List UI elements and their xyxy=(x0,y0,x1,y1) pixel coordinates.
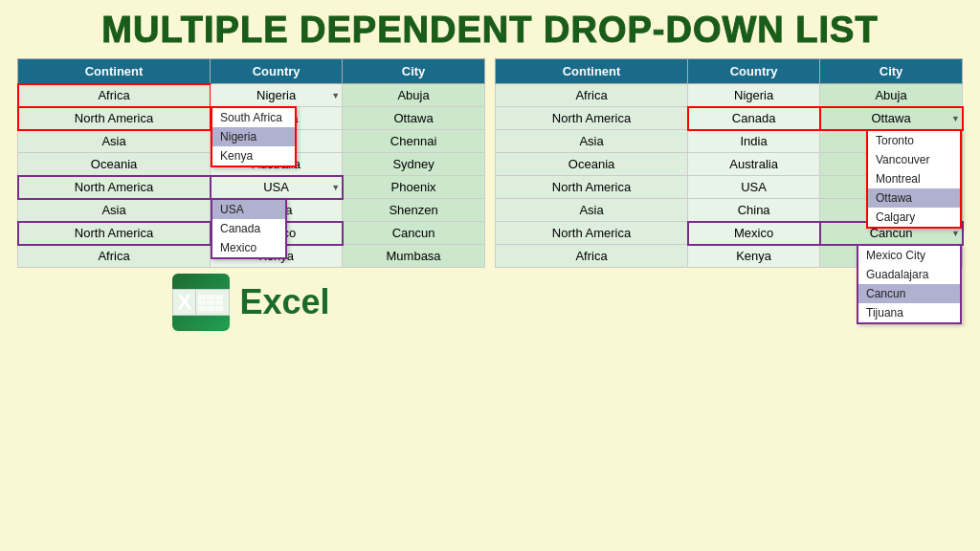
right-header-city: City xyxy=(820,59,963,84)
continent-cell: North America xyxy=(496,176,688,199)
continent-cell: Asia xyxy=(496,199,688,222)
dropdown-item[interactable]: Vancouver xyxy=(868,150,960,169)
continent-cell: Oceania xyxy=(496,153,688,176)
city-cell: Phoenix xyxy=(343,176,485,199)
continent-cell: Oceania xyxy=(18,153,211,176)
country-cell: Kenya xyxy=(688,245,820,268)
table-row: North America USA ▼ USA Canada Mexico Ph… xyxy=(18,176,485,199)
continent-cell: North America xyxy=(18,176,211,199)
dropdown-item[interactable]: Guadalajara xyxy=(858,265,960,284)
continent-cell: Asia xyxy=(18,130,211,153)
dropdown-item[interactable]: Toronto xyxy=(868,131,960,150)
continent-cell: North America xyxy=(18,222,211,245)
excel-label: Excel xyxy=(239,282,329,322)
continent-cell: North America xyxy=(496,107,688,130)
city-cell: Abuja xyxy=(820,84,963,107)
continent-cell: Africa xyxy=(496,245,688,268)
country-cell: Australia xyxy=(688,153,820,176)
dropdown-item[interactable]: South Africa xyxy=(212,108,295,127)
continent-cell: Africa xyxy=(496,84,688,107)
continent-cell: Asia xyxy=(18,199,211,222)
left-header-continent: Continent xyxy=(18,59,211,84)
left-table-section: Continent Country City Africa Nigeria ▼ xyxy=(17,58,485,331)
city-cell: Cancun xyxy=(343,222,485,245)
country-cell-dropdown[interactable]: Nigeria ▼ South Africa Nigeria Kenya xyxy=(211,84,343,107)
country-cell: USA xyxy=(688,176,820,199)
country-cell: China xyxy=(688,199,820,222)
country-dropdown-2[interactable]: USA Canada Mexico xyxy=(211,198,287,259)
dropdown-item-selected[interactable]: Nigeria xyxy=(212,127,295,146)
dropdown-arrow-icon: ▼ xyxy=(331,91,340,100)
excel-logo-area: X Excel xyxy=(17,274,485,331)
left-table: Continent Country City Africa Nigeria ▼ xyxy=(17,58,485,268)
city-cell: Mumbasa xyxy=(343,245,485,268)
dropdown-item[interactable]: Montreal xyxy=(868,169,960,188)
dropdown-item[interactable]: Mexico City xyxy=(858,246,960,265)
continent-cell: Asia xyxy=(496,130,688,153)
table-row: Africa Nigeria ▼ South Africa Nigeria Ke… xyxy=(18,84,485,107)
dropdown-item[interactable]: Canada xyxy=(212,219,285,238)
country-cell: India xyxy=(688,130,820,153)
city-dropdown-1[interactable]: Toronto Vancouver Montreal Ottawa Calgar… xyxy=(866,129,962,229)
dropdown-arrow-icon: ▼ xyxy=(951,229,960,238)
city-cell: Chennai xyxy=(343,130,485,153)
city-cell: Shenzen xyxy=(343,199,485,222)
dropdown-item[interactable]: Kenya xyxy=(212,146,295,165)
dropdown-item[interactable]: Tijuana xyxy=(858,303,960,322)
city-cell: Sydney xyxy=(343,153,485,176)
city-cell: Abuja xyxy=(343,84,485,107)
country-cell: Nigeria xyxy=(688,84,820,107)
dropdown-item-selected[interactable]: USA xyxy=(212,200,285,219)
table-row: Africa Nigeria Abuja xyxy=(496,84,963,107)
right-table: Continent Country City Africa Nigeria Ab… xyxy=(495,58,963,268)
continent-cell: North America xyxy=(496,222,688,245)
right-header-continent: Continent xyxy=(496,59,688,84)
page-title: MULTIPLE DEPENDENT DROP-DOWN LIST xyxy=(0,0,980,58)
city-cell-dropdown[interactable]: Ottawa ▼ Toronto Vancouver Montreal Otta… xyxy=(820,107,963,130)
left-header-city: City xyxy=(343,59,485,84)
dropdown-item-selected[interactable]: Ottawa xyxy=(868,188,960,208)
city-cell: Ottawa xyxy=(343,107,485,130)
city-dropdown-2[interactable]: Mexico City Guadalajara Cancun Tijuana xyxy=(857,244,962,324)
continent-cell: Africa xyxy=(18,245,211,268)
table-row: North America Canada Ottawa ▼ Toronto Va… xyxy=(496,107,963,130)
right-table-section: Continent Country City Africa Nigeria Ab… xyxy=(495,58,963,331)
dropdown-item[interactable]: Mexico xyxy=(212,238,285,257)
country-dropdown-1[interactable]: South Africa Nigeria Kenya xyxy=(211,106,297,167)
dropdown-arrow-icon: ▼ xyxy=(951,114,960,123)
right-header-country: Country xyxy=(688,59,820,84)
country-cell: Canada xyxy=(688,107,820,130)
continent-cell: Africa xyxy=(18,84,211,107)
country-cell-dropdown[interactable]: USA ▼ USA Canada Mexico xyxy=(211,176,343,199)
continent-cell: North America xyxy=(18,107,211,130)
dropdown-item[interactable]: Calgary xyxy=(868,208,960,227)
dropdown-item-selected[interactable]: Cancun xyxy=(858,284,960,303)
dropdown-arrow-icon: ▼ xyxy=(331,183,340,192)
country-cell: Mexico xyxy=(688,222,820,245)
left-header-country: Country xyxy=(211,59,343,84)
excel-icon: X xyxy=(172,274,230,331)
